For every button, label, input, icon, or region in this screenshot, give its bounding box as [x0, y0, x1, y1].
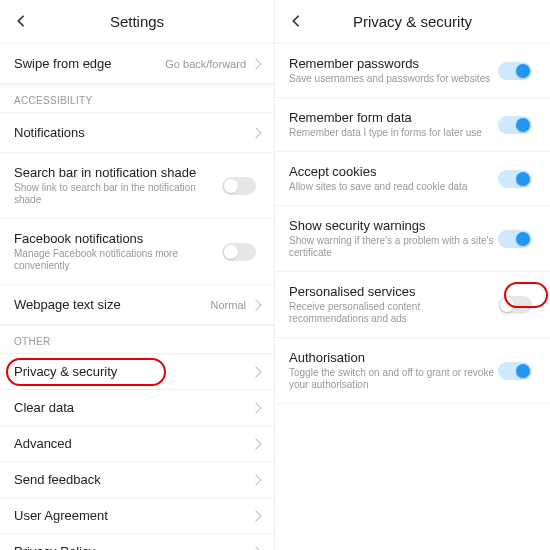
row-label: Clear data [14, 400, 252, 415]
row-notifications[interactable]: Notifications [0, 113, 274, 153]
settings-title: Settings [110, 13, 164, 30]
row-security-warnings[interactable]: Show security warnings Show warning if t… [275, 206, 550, 272]
row-label: User Agreement [14, 508, 252, 523]
toggle-personalised[interactable] [498, 296, 532, 314]
back-button[interactable] [285, 10, 307, 32]
privacy-title: Privacy & security [353, 13, 472, 30]
row-sub: Toggle the switch on and off to grant or… [289, 367, 498, 391]
privacy-header: Privacy & security [275, 0, 550, 44]
row-label: Privacy Policy [14, 544, 252, 550]
row-label: Privacy & security [14, 364, 252, 379]
row-accept-cookies[interactable]: Accept cookies Allow sites to save and r… [275, 152, 550, 206]
row-sub: Allow sites to save and read cookie data [289, 181, 498, 193]
chevron-right-icon [250, 438, 261, 449]
row-facebook-notifications[interactable]: Facebook notifications Manage Facebook n… [0, 219, 274, 285]
chevron-right-icon [250, 510, 261, 521]
row-label: Facebook notifications [14, 231, 222, 246]
row-sub: Receive personalised content recommendat… [289, 301, 498, 325]
chevron-right-icon [250, 127, 261, 138]
row-privacy-policy[interactable]: Privacy Policy [0, 534, 274, 550]
row-authorisation[interactable]: Authorisation Toggle the switch on and o… [275, 338, 550, 404]
toggle-remember-form[interactable] [498, 116, 532, 134]
row-sub: Show warning if there's a problem with a… [289, 235, 498, 259]
row-label: Swipe from edge [14, 56, 165, 71]
row-label: Remember form data [289, 110, 498, 125]
row-user-agreement[interactable]: User Agreement [0, 498, 274, 534]
row-clear-data[interactable]: Clear data [0, 390, 274, 426]
section-other: OTHER [0, 325, 274, 354]
toggle-warnings[interactable] [498, 230, 532, 248]
chevron-right-icon [250, 299, 261, 310]
chevron-left-icon [289, 14, 303, 28]
row-webpage-text-size[interactable]: Webpage text size Normal [0, 285, 274, 325]
chevron-right-icon [250, 546, 261, 550]
row-advanced[interactable]: Advanced [0, 426, 274, 462]
row-privacy-security[interactable]: Privacy & security [0, 354, 274, 390]
row-sub: Save usernames and passwords for website… [289, 73, 498, 85]
row-label: Search bar in notification shade [14, 165, 222, 180]
row-label: Webpage text size [14, 297, 211, 312]
toggle-remember-passwords[interactable] [498, 62, 532, 80]
row-label: Notifications [14, 125, 252, 140]
row-label: Remember passwords [289, 56, 498, 71]
chevron-right-icon [250, 58, 261, 69]
row-search-bar-shade[interactable]: Search bar in notification shade Show li… [0, 153, 274, 219]
toggle-authorisation[interactable] [498, 362, 532, 380]
toggle-search-bar[interactable] [222, 177, 256, 195]
privacy-pane: Privacy & security Remember passwords Sa… [275, 0, 550, 550]
row-personalised-services[interactable]: Personalised services Receive personalis… [275, 272, 550, 338]
row-label: Show security warnings [289, 218, 498, 233]
row-remember-passwords[interactable]: Remember passwords Save usernames and pa… [275, 44, 550, 98]
row-label: Accept cookies [289, 164, 498, 179]
row-value: Normal [211, 299, 246, 311]
row-sub: Show link to search bar in the notificat… [14, 182, 222, 206]
row-label: Personalised services [289, 284, 498, 299]
row-swipe-from-edge[interactable]: Swipe from edge Go back/forward [0, 44, 274, 84]
chevron-right-icon [250, 366, 261, 377]
chevron-left-icon [14, 14, 28, 28]
toggle-cookies[interactable] [498, 170, 532, 188]
settings-pane: Settings Swipe from edge Go back/forward… [0, 0, 275, 550]
settings-header: Settings [0, 0, 274, 44]
row-label: Send feedback [14, 472, 252, 487]
chevron-right-icon [250, 402, 261, 413]
row-remember-form-data[interactable]: Remember form data Remember data I type … [275, 98, 550, 152]
section-accessibility: ACCESSIBILITY [0, 84, 274, 113]
row-label: Advanced [14, 436, 252, 451]
back-button[interactable] [10, 10, 32, 32]
row-send-feedback[interactable]: Send feedback [0, 462, 274, 498]
row-sub: Manage Facebook notifications more conve… [14, 248, 222, 272]
row-value: Go back/forward [165, 58, 246, 70]
row-sub: Remember data I type in forms for later … [289, 127, 498, 139]
toggle-facebook[interactable] [222, 243, 256, 261]
chevron-right-icon [250, 474, 261, 485]
row-label: Authorisation [289, 350, 498, 365]
